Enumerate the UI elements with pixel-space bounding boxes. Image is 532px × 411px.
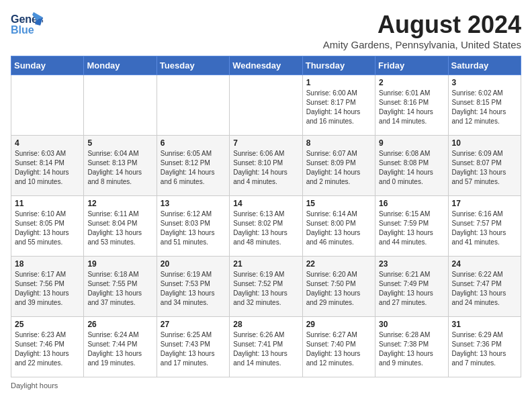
day-number: 24 [452,259,517,269]
calendar-cell: 5Sunrise: 6:04 AM Sunset: 8:13 PM Daylig… [84,136,157,196]
calendar-cell: 6Sunrise: 6:05 AM Sunset: 8:12 PM Daylig… [157,136,229,196]
day-number: 22 [306,259,371,269]
calendar-cell: 25Sunrise: 6:23 AM Sunset: 7:46 PM Dayli… [11,317,84,377]
calendar-week-4: 18Sunrise: 6:17 AM Sunset: 7:56 PM Dayli… [11,257,521,317]
calendar-cell: 20Sunrise: 6:19 AM Sunset: 7:53 PM Dayli… [157,257,229,317]
calendar-cell [157,75,229,136]
calendar-week-1: 1Sunrise: 6:00 AM Sunset: 8:17 PM Daylig… [11,75,521,136]
day-info: Sunrise: 6:00 AM Sunset: 8:17 PM Dayligh… [306,89,371,126]
day-info: Sunrise: 6:19 AM Sunset: 7:53 PM Dayligh… [161,270,226,308]
day-info: Sunrise: 6:26 AM Sunset: 7:41 PM Dayligh… [233,330,298,368]
day-number: 4 [15,138,80,148]
day-info: Sunrise: 6:04 AM Sunset: 8:13 PM Dayligh… [87,149,152,187]
calendar-cell: 10Sunrise: 6:09 AM Sunset: 8:07 PM Dayli… [448,136,521,196]
calendar-cell: 1Sunrise: 6:00 AM Sunset: 8:17 PM Daylig… [302,75,375,136]
calendar-cell: 24Sunrise: 6:22 AM Sunset: 7:47 PM Dayli… [448,257,521,317]
day-number: 6 [161,138,226,148]
day-info: Sunrise: 6:27 AM Sunset: 7:40 PM Dayligh… [306,330,371,368]
calendar-cell: 21Sunrise: 6:19 AM Sunset: 7:52 PM Dayli… [230,257,302,317]
day-info: Sunrise: 6:24 AM Sunset: 7:44 PM Dayligh… [87,330,152,368]
day-header-friday: Friday [375,56,448,75]
day-info: Sunrise: 6:23 AM Sunset: 7:46 PM Dayligh… [15,330,80,368]
day-info: Sunrise: 6:15 AM Sunset: 7:59 PM Dayligh… [379,210,444,247]
day-number: 14 [233,199,298,208]
day-info: Sunrise: 6:06 AM Sunset: 8:10 PM Dayligh… [233,149,298,187]
calendar-header-row: SundayMondayTuesdayWednesdayThursdayFrid… [11,56,521,75]
header: General Blue August 2024 Amity Gardens, … [11,11,521,50]
day-header-tuesday: Tuesday [157,56,229,75]
day-number: 16 [379,199,444,208]
day-info: Sunrise: 6:09 AM Sunset: 8:07 PM Dayligh… [452,149,517,187]
day-info: Sunrise: 6:28 AM Sunset: 7:38 PM Dayligh… [379,330,444,368]
day-number: 27 [161,320,226,329]
calendar-cell: 18Sunrise: 6:17 AM Sunset: 7:56 PM Dayli… [11,257,84,317]
calendar-cell: 3Sunrise: 6:02 AM Sunset: 8:15 PM Daylig… [448,75,521,136]
day-number: 11 [15,199,80,208]
day-number: 3 [452,78,517,87]
day-info: Sunrise: 6:13 AM Sunset: 8:02 PM Dayligh… [233,210,298,247]
calendar-cell: 9Sunrise: 6:08 AM Sunset: 8:08 PM Daylig… [375,136,448,196]
day-info: Sunrise: 6:17 AM Sunset: 7:56 PM Dayligh… [15,270,80,308]
day-number: 21 [233,259,298,269]
day-number: 19 [87,259,152,269]
day-info: Sunrise: 6:10 AM Sunset: 8:05 PM Dayligh… [15,210,80,247]
day-info: Sunrise: 6:12 AM Sunset: 8:03 PM Dayligh… [161,210,226,247]
calendar-cell: 17Sunrise: 6:16 AM Sunset: 7:57 PM Dayli… [448,196,521,257]
calendar-table: SundayMondayTuesdayWednesdayThursdayFrid… [11,56,521,377]
calendar-cell: 27Sunrise: 6:25 AM Sunset: 7:43 PM Dayli… [157,317,229,377]
calendar-cell: 16Sunrise: 6:15 AM Sunset: 7:59 PM Dayli… [375,196,448,257]
day-number: 18 [15,259,80,269]
day-number: 29 [306,320,371,329]
day-number: 1 [306,78,371,87]
calendar-cell: 2Sunrise: 6:01 AM Sunset: 8:16 PM Daylig… [375,75,448,136]
calendar-week-2: 4Sunrise: 6:03 AM Sunset: 8:14 PM Daylig… [11,136,521,196]
calendar-cell: 8Sunrise: 6:07 AM Sunset: 8:09 PM Daylig… [302,136,375,196]
calendar-cell [84,75,157,136]
main-title: August 2024 [323,11,521,39]
calendar-cell: 31Sunrise: 6:29 AM Sunset: 7:36 PM Dayli… [448,317,521,377]
day-number: 20 [161,259,226,269]
calendar-week-3: 11Sunrise: 6:10 AM Sunset: 8:05 PM Dayli… [11,196,521,257]
calendar-cell: 12Sunrise: 6:11 AM Sunset: 8:04 PM Dayli… [84,196,157,257]
day-number: 9 [379,138,444,148]
day-info: Sunrise: 6:05 AM Sunset: 8:12 PM Dayligh… [161,149,226,187]
day-number: 28 [233,320,298,329]
calendar-cell: 19Sunrise: 6:18 AM Sunset: 7:55 PM Dayli… [84,257,157,317]
calendar-cell: 29Sunrise: 6:27 AM Sunset: 7:40 PM Dayli… [302,317,375,377]
calendar-cell: 30Sunrise: 6:28 AM Sunset: 7:38 PM Dayli… [375,317,448,377]
svg-text:Blue: Blue [11,24,34,36]
calendar-cell: 22Sunrise: 6:20 AM Sunset: 7:50 PM Dayli… [302,257,375,317]
day-info: Sunrise: 6:18 AM Sunset: 7:55 PM Dayligh… [87,270,152,308]
day-number: 5 [87,138,152,148]
day-number: 26 [87,320,152,329]
day-number: 13 [161,199,226,208]
day-info: Sunrise: 6:01 AM Sunset: 8:16 PM Dayligh… [379,89,444,126]
day-number: 25 [15,320,80,329]
day-info: Sunrise: 6:29 AM Sunset: 7:36 PM Dayligh… [452,330,517,368]
calendar-cell: 14Sunrise: 6:13 AM Sunset: 8:02 PM Dayli… [230,196,302,257]
day-number: 30 [379,320,444,329]
day-info: Sunrise: 6:16 AM Sunset: 7:57 PM Dayligh… [452,210,517,247]
day-number: 2 [379,78,444,87]
calendar-cell [11,75,84,136]
calendar-week-5: 25Sunrise: 6:23 AM Sunset: 7:46 PM Dayli… [11,317,521,377]
day-number: 7 [233,138,298,148]
day-number: 31 [452,320,517,329]
calendar-cell: 26Sunrise: 6:24 AM Sunset: 7:44 PM Dayli… [84,317,157,377]
footer-note: Daylight hours [11,381,521,390]
subtitle: Amity Gardens, Pennsylvania, United Stat… [323,39,521,50]
calendar-cell [230,75,302,136]
day-info: Sunrise: 6:25 AM Sunset: 7:43 PM Dayligh… [161,330,226,368]
calendar-cell: 7Sunrise: 6:06 AM Sunset: 8:10 PM Daylig… [230,136,302,196]
day-info: Sunrise: 6:11 AM Sunset: 8:04 PM Dayligh… [87,210,152,247]
day-header-saturday: Saturday [448,56,521,75]
calendar-cell: 13Sunrise: 6:12 AM Sunset: 8:03 PM Dayli… [157,196,229,257]
day-info: Sunrise: 6:03 AM Sunset: 8:14 PM Dayligh… [15,149,80,187]
calendar-cell: 11Sunrise: 6:10 AM Sunset: 8:05 PM Dayli… [11,196,84,257]
day-info: Sunrise: 6:07 AM Sunset: 8:09 PM Dayligh… [306,149,371,187]
day-number: 10 [452,138,517,148]
calendar-cell: 15Sunrise: 6:14 AM Sunset: 8:00 PM Dayli… [302,196,375,257]
day-number: 15 [306,199,371,208]
day-info: Sunrise: 6:08 AM Sunset: 8:08 PM Dayligh… [379,149,444,187]
title-block: August 2024 Amity Gardens, Pennsylvania,… [323,11,521,50]
